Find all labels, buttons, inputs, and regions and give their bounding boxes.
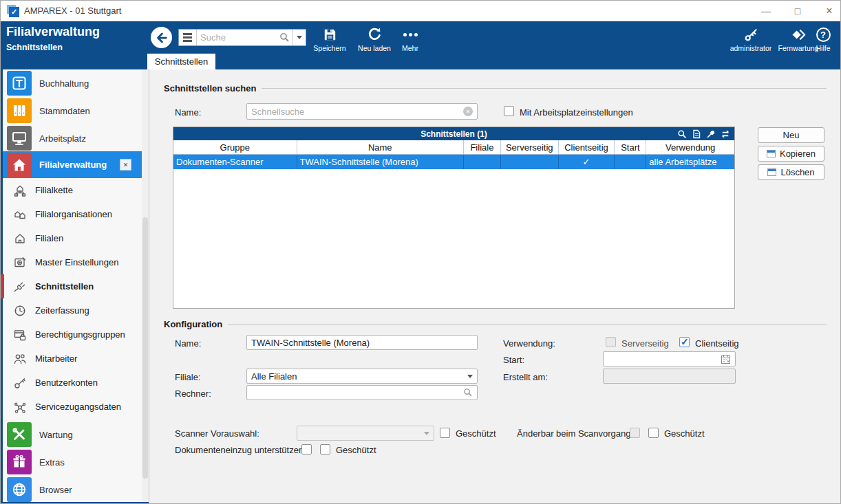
cell-start	[615, 155, 646, 169]
back-button[interactable]	[151, 27, 172, 48]
active-item-indicator	[1, 274, 4, 298]
more-button[interactable]: Mehr	[388, 26, 432, 52]
table-search-icon[interactable]	[677, 129, 687, 139]
column-header-gruppe[interactable]: Gruppe	[173, 140, 297, 154]
table-export-icon[interactable]	[692, 129, 701, 139]
plug-icon	[13, 280, 27, 294]
gift-icon	[7, 450, 32, 474]
serverseitig-checkbox[interactable]	[606, 337, 616, 347]
quick-search-input[interactable]	[251, 107, 463, 117]
tab-schnittstellen[interactable]: Schnittstellen	[147, 54, 215, 69]
sidebar-item-mitarbeiter[interactable]: Mitarbeiter	[1, 347, 142, 371]
network-nodes-icon	[13, 400, 27, 414]
global-search-input[interactable]	[197, 32, 276, 43]
dokumenteneinzug-geschuetzt-checkbox[interactable]	[320, 444, 330, 454]
branch-chain-icon	[13, 184, 27, 197]
serverseitig-label: Serverseitig	[621, 338, 669, 349]
table-header-row: Gruppe Name Filiale Serverseitig Clients…	[173, 140, 734, 155]
question-icon: ?	[816, 26, 831, 43]
sidebar-item-stammdaten[interactable]: Stammdaten	[1, 97, 142, 124]
table-row-selected[interactable]: Dokumenten-Scanner TWAIN-Schnittstelle (…	[173, 155, 734, 169]
column-header-name[interactable]: Name	[297, 140, 464, 154]
aenderbar-geschuetzt-checkbox[interactable]	[648, 428, 659, 438]
column-header-clientseitig[interactable]: Clientseitig	[559, 140, 615, 154]
tools-icon	[7, 422, 32, 447]
sidebar-item-arbeitsplatz[interactable]: Arbeitsplatz	[1, 124, 142, 152]
user-key-icon	[13, 376, 27, 390]
rechner-field	[246, 385, 478, 400]
save-button[interactable]: Speichern	[308, 26, 352, 52]
table-title-bar: Schnittstellen (1)	[173, 127, 734, 140]
scanner-geschuetzt-label: Geschützt	[456, 428, 496, 439]
application-window: ✓ AMPAREX - 01 Stuttgart — □ × Filialver…	[0, 0, 841, 504]
help-button[interactable]: ? Hilfe	[807, 26, 839, 52]
workstation-settings-checkbox[interactable]	[504, 106, 514, 116]
column-header-verwendung[interactable]: Verwendung	[646, 140, 734, 154]
copy-button[interactable]: Kopieren	[758, 146, 824, 162]
rechner-input[interactable]	[251, 388, 463, 398]
sidebar-item-berechtigungsgruppen[interactable]: Berechtigungsgruppen	[1, 322, 142, 347]
administrator-button[interactable]: administrator	[729, 26, 773, 52]
filiale-label: Filiale:	[175, 372, 201, 382]
sidebar-item-servicezugangsdaten[interactable]: Servicezugangsdaten	[1, 395, 142, 419]
sidebar-item-filialverwaltung[interactable]: Filialverwaltung	[1, 151, 142, 178]
chevron-down-icon	[467, 375, 473, 378]
sidebar-item-wartung[interactable]: Wartung	[1, 421, 142, 448]
refresh-icon	[367, 26, 383, 43]
clientseitig-checkbox[interactable]	[679, 337, 690, 347]
sidebar-item-browser[interactable]: Browser	[1, 476, 142, 503]
sidebar-item-filialorganisationen[interactable]: Filialorganisationen	[1, 202, 142, 226]
table-swap-icon[interactable]	[721, 129, 730, 139]
cell-serverseitig	[501, 155, 559, 169]
start-input[interactable]	[608, 354, 721, 364]
scanner-geschuetzt-checkbox[interactable]	[440, 428, 450, 438]
column-header-filiale[interactable]: Filiale	[464, 140, 501, 154]
sidebar-item-master-einstellungen[interactable]: Master Einstellungen	[1, 250, 142, 274]
delete-button[interactable]: Löschen	[758, 164, 824, 180]
maximize-button[interactable]: □	[791, 6, 805, 17]
minimize-button[interactable]: —	[759, 6, 773, 17]
cell-gruppe: Dokumenten-Scanner	[173, 155, 297, 169]
filiale-select[interactable]: Alle Filialen	[246, 369, 478, 384]
aenderbar-checkbox[interactable]	[630, 428, 640, 438]
calendar-icon[interactable]	[721, 354, 731, 364]
table-pin-icon[interactable]	[706, 129, 716, 139]
window-edge	[1, 21, 3, 504]
search-dropdown-button[interactable]	[292, 30, 306, 45]
new-button[interactable]: Neu	[758, 127, 824, 143]
search-group-legend: Schnittstellen suchen	[164, 83, 827, 94]
people-icon	[13, 352, 27, 366]
sidebar-item-filialen[interactable]: Filialen	[1, 226, 142, 250]
sidebar-scrollbar-track[interactable]	[142, 69, 149, 504]
sidebar-item-extras[interactable]: Extras	[1, 448, 142, 476]
search-name-label: Name:	[175, 107, 201, 118]
close-button[interactable]: ×	[822, 5, 836, 17]
sidebar: Buchhaltung Stammdaten Arbeitsplatz Fili…	[1, 69, 142, 504]
column-header-start[interactable]: Start	[615, 140, 646, 154]
clear-search-icon[interactable]	[463, 107, 473, 116]
window-title: AMPAREX - 01 Stuttgart	[24, 6, 121, 16]
sidebar-scrollbar-thumb[interactable]	[142, 217, 148, 479]
module-subtitle: Schnittstellen	[6, 43, 63, 52]
column-header-serverseitig[interactable]: Serverseitig	[501, 140, 559, 154]
start-label: Start:	[503, 355, 524, 365]
sidebar-item-buchhaltung[interactable]: Buchhaltung	[1, 69, 142, 97]
scanner-vorauswahl-label: Scanner Vorauswahl:	[175, 428, 259, 439]
dokumenteneinzug-checkbox[interactable]	[301, 444, 312, 454]
sidebar-item-schnittstellen[interactable]: Schnittstellen	[1, 274, 142, 298]
sidebar-item-filialkette[interactable]: Filialkette	[1, 178, 142, 202]
search-menu-icon[interactable]	[179, 30, 197, 45]
close-module-icon[interactable]	[120, 159, 131, 171]
config-name-input[interactable]	[251, 338, 473, 348]
cell-filiale	[464, 155, 501, 169]
search-icon[interactable]	[276, 32, 292, 43]
erstellt-am-label: Erstellt am:	[503, 372, 548, 382]
sidebar-item-benutzerkonten[interactable]: Benutzerkonten	[1, 371, 142, 395]
rechner-search-icon[interactable]	[463, 388, 473, 397]
window-lock-icon	[13, 328, 27, 342]
aenderbar-geschuetzt-label: Geschützt	[664, 428, 705, 439]
branch-house-icon	[13, 232, 27, 245]
sidebar-item-zeiterfassung[interactable]: Zeiterfassung	[1, 298, 142, 322]
gear-document-icon	[13, 256, 27, 270]
clientseitig-label: Clientseitig	[695, 338, 739, 349]
